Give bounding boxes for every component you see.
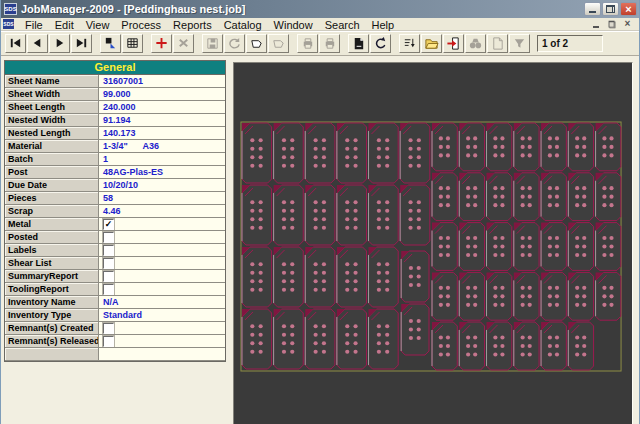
inventory-type-value[interactable]: Standard: [99, 309, 225, 322]
sheet-name-value[interactable]: 31607001: [99, 75, 225, 88]
menu-item-help[interactable]: Help: [366, 19, 401, 31]
nested-part[interactable]: [369, 247, 399, 307]
nested-part[interactable]: [432, 272, 457, 320]
first-record-button[interactable]: [5, 34, 26, 53]
menu-item-catalog[interactable]: Catalog: [218, 19, 268, 31]
nested-part[interactable]: [514, 272, 539, 320]
post-value[interactable]: 48AG-Plas-ES: [99, 166, 225, 179]
nested-part[interactable]: [568, 223, 593, 271]
nested-part[interactable]: [401, 251, 429, 302]
delete-record-button[interactable]: [173, 34, 194, 53]
nested-part[interactable]: [305, 309, 335, 369]
tooling-report-value[interactable]: [99, 283, 225, 296]
pieces-value[interactable]: 58: [99, 192, 225, 205]
nested-part[interactable]: [274, 309, 304, 369]
menu-item-file[interactable]: File: [19, 19, 49, 31]
nested-part[interactable]: [369, 123, 399, 183]
mdi-restore-button[interactable]: [604, 19, 619, 30]
print-preview-button[interactable]: [319, 34, 340, 53]
revert-button[interactable]: [224, 34, 245, 53]
shear-list-checkbox[interactable]: [103, 258, 114, 269]
nested-part[interactable]: [242, 185, 272, 245]
last-record-button[interactable]: [71, 34, 92, 53]
nested-part[interactable]: [596, 223, 621, 271]
remnants-created-checkbox[interactable]: [103, 323, 114, 334]
nested-part[interactable]: [596, 272, 621, 320]
form-view-button[interactable]: [100, 34, 121, 53]
nested-part[interactable]: [541, 123, 566, 171]
print-button[interactable]: [297, 34, 318, 53]
nested-part[interactable]: [568, 322, 593, 370]
nested-part[interactable]: [242, 123, 272, 183]
nested-length-value[interactable]: 140.173: [99, 127, 225, 140]
nested-part[interactable]: [432, 322, 457, 370]
due-date-value[interactable]: 10/20/10: [99, 179, 225, 192]
posted-checkbox[interactable]: [103, 232, 114, 243]
nested-part[interactable]: [514, 123, 539, 171]
nested-part[interactable]: [459, 123, 484, 171]
remnants-released-checkbox[interactable]: [103, 336, 114, 347]
nested-part[interactable]: [401, 304, 429, 355]
nested-part[interactable]: [596, 123, 621, 171]
duplicate-button[interactable]: [268, 34, 289, 53]
nested-part[interactable]: [487, 322, 512, 370]
metal-checkbox[interactable]: ✓: [103, 219, 114, 230]
close-button[interactable]: ×: [620, 2, 637, 16]
summary-report-checkbox[interactable]: [103, 271, 114, 282]
labels-value[interactable]: [99, 244, 225, 257]
nested-part[interactable]: [337, 185, 367, 245]
nested-part[interactable]: [487, 123, 512, 171]
sheet-length-value[interactable]: 240.000: [99, 101, 225, 114]
nested-part[interactable]: [568, 272, 593, 320]
nested-part[interactable]: [568, 123, 593, 171]
nested-part[interactable]: [514, 322, 539, 370]
menu-item-process[interactable]: Process: [115, 19, 167, 31]
mdi-close-button[interactable]: ×: [620, 19, 635, 30]
nested-part[interactable]: [305, 247, 335, 307]
nested-part[interactable]: [487, 223, 512, 271]
nested-part[interactable]: [487, 272, 512, 320]
import-button[interactable]: [443, 34, 464, 53]
nested-part[interactable]: [274, 247, 304, 307]
metal-value[interactable]: ✓: [99, 218, 225, 231]
nested-part[interactable]: [514, 223, 539, 271]
nested-part[interactable]: [541, 223, 566, 271]
remnants-created-value[interactable]: [99, 322, 225, 335]
nested-part[interactable]: [242, 247, 272, 307]
remnants-released-value[interactable]: [99, 335, 225, 348]
previous-record-button[interactable]: [27, 34, 48, 53]
nested-part[interactable]: [541, 322, 566, 370]
outline-view-button[interactable]: [246, 34, 267, 53]
nested-width-value[interactable]: 91.194: [99, 114, 225, 127]
save-button[interactable]: [202, 34, 223, 53]
shear-list-value[interactable]: [99, 257, 225, 270]
nested-part[interactable]: [400, 123, 430, 183]
menu-item-view[interactable]: View: [80, 19, 116, 31]
nested-part[interactable]: [541, 173, 566, 221]
mdi-minimize-button[interactable]: [588, 19, 603, 30]
batch-value[interactable]: 1: [99, 153, 225, 166]
labels-checkbox[interactable]: [103, 245, 114, 256]
find-button[interactable]: [465, 34, 486, 53]
menu-item-edit[interactable]: Edit: [49, 19, 80, 31]
undo-button[interactable]: [370, 34, 391, 53]
nested-part[interactable]: [305, 123, 335, 183]
grid-view-button[interactable]: [122, 34, 143, 53]
nest-view-button[interactable]: [348, 34, 369, 53]
menu-item-window[interactable]: Window: [268, 19, 319, 31]
open-job-button[interactable]: [421, 34, 442, 53]
nested-part[interactable]: [459, 173, 484, 221]
nested-part[interactable]: [596, 173, 621, 221]
nested-part[interactable]: [487, 173, 512, 221]
nest-drawing[interactable]: [234, 63, 632, 424]
filter-button[interactable]: [509, 34, 530, 53]
record-indicator[interactable]: 1 of 2: [537, 35, 603, 52]
mdi-document-icon[interactable]: SDS: [3, 19, 14, 29]
menu-item-reports[interactable]: Reports: [167, 19, 218, 31]
nested-part[interactable]: [305, 185, 335, 245]
nested-part[interactable]: [459, 272, 484, 320]
sort-button[interactable]: [399, 34, 420, 53]
scrap-value[interactable]: 4.46: [99, 205, 225, 218]
nested-part[interactable]: [514, 173, 539, 221]
nested-part[interactable]: [432, 223, 457, 271]
